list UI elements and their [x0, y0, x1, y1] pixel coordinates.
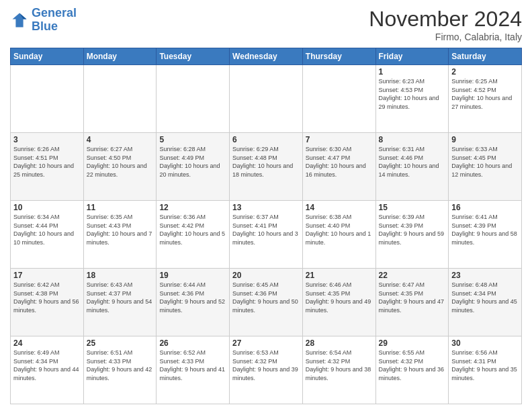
day-number: 13	[232, 203, 300, 212]
day-info: Sunrise: 6:55 AM Sunset: 4:32 PM Dayligh…	[379, 349, 446, 382]
calendar-cell: 23Sunrise: 6:48 AM Sunset: 4:34 PM Dayli…	[449, 269, 522, 336]
day-info: Sunrise: 6:53 AM Sunset: 4:32 PM Dayligh…	[232, 349, 300, 382]
day-info: Sunrise: 6:28 AM Sunset: 4:49 PM Dayligh…	[159, 145, 226, 179]
page: General Blue November 2024 Firmo, Calabr…	[0, 0, 532, 411]
day-info: Sunrise: 6:29 AM Sunset: 4:48 PM Dayligh…	[232, 145, 300, 179]
day-info: Sunrise: 6:42 AM Sunset: 4:38 PM Dayligh…	[13, 281, 81, 314]
day-info: Sunrise: 6:54 AM Sunset: 4:32 PM Dayligh…	[306, 349, 373, 382]
col-sunday: Sunday	[11, 48, 84, 65]
calendar-cell: 12Sunrise: 6:36 AM Sunset: 4:42 PM Dayli…	[157, 201, 230, 269]
day-number: 27	[232, 338, 300, 348]
calendar-cell: 25Sunrise: 6:51 AM Sunset: 4:33 PM Dayli…	[83, 336, 157, 404]
day-number: 15	[379, 203, 446, 212]
day-number: 2	[451, 67, 519, 77]
day-info: Sunrise: 6:39 AM Sunset: 4:39 PM Dayligh…	[379, 213, 446, 246]
col-wednesday: Wednesday	[230, 48, 303, 65]
calendar-week-row: 3Sunrise: 6:26 AM Sunset: 4:51 PM Daylig…	[11, 133, 522, 201]
calendar-cell: 24Sunrise: 6:49 AM Sunset: 4:34 PM Dayli…	[11, 336, 84, 404]
day-number: 30	[451, 338, 519, 348]
day-number: 23	[451, 271, 519, 280]
day-number: 17	[13, 271, 81, 280]
calendar-cell: 20Sunrise: 6:45 AM Sunset: 4:36 PM Dayli…	[230, 269, 303, 336]
day-number: 9	[451, 135, 519, 144]
day-info: Sunrise: 6:26 AM Sunset: 4:51 PM Dayligh…	[13, 145, 81, 179]
day-number: 7	[306, 135, 373, 144]
calendar-week-row: 17Sunrise: 6:42 AM Sunset: 4:38 PM Dayli…	[11, 269, 522, 336]
logo: General Blue	[10, 7, 77, 34]
day-info: Sunrise: 6:36 AM Sunset: 4:42 PM Dayligh…	[159, 213, 226, 246]
day-number: 11	[87, 203, 154, 212]
calendar-cell: 22Sunrise: 6:47 AM Sunset: 4:35 PM Dayli…	[375, 269, 449, 336]
calendar-header-row: Sunday Monday Tuesday Wednesday Thursday…	[11, 48, 522, 65]
day-number: 6	[232, 135, 300, 144]
day-number: 24	[13, 338, 81, 348]
calendar-cell: 26Sunrise: 6:52 AM Sunset: 4:33 PM Dayli…	[157, 336, 230, 404]
day-info: Sunrise: 6:46 AM Sunset: 4:35 PM Dayligh…	[306, 281, 373, 314]
calendar-cell: 8Sunrise: 6:31 AM Sunset: 4:46 PM Daylig…	[375, 133, 449, 201]
calendar-cell	[11, 65, 84, 133]
calendar-cell	[230, 65, 303, 133]
day-number: 1	[379, 67, 446, 77]
calendar-cell: 14Sunrise: 6:38 AM Sunset: 4:40 PM Dayli…	[302, 201, 375, 269]
day-number: 29	[379, 338, 446, 348]
svg-marker-0	[13, 13, 27, 27]
calendar-cell	[302, 65, 375, 133]
calendar-cell: 13Sunrise: 6:37 AM Sunset: 4:41 PM Dayli…	[230, 201, 303, 269]
day-number: 28	[306, 338, 373, 348]
calendar-cell: 10Sunrise: 6:34 AM Sunset: 4:44 PM Dayli…	[11, 201, 84, 269]
calendar-cell: 27Sunrise: 6:53 AM Sunset: 4:32 PM Dayli…	[230, 336, 303, 404]
location: Firmo, Calabria, Italy	[369, 32, 522, 42]
logo-icon	[10, 11, 29, 30]
col-thursday: Thursday	[302, 48, 375, 65]
day-info: Sunrise: 6:30 AM Sunset: 4:47 PM Dayligh…	[306, 145, 373, 179]
calendar-cell: 11Sunrise: 6:35 AM Sunset: 4:43 PM Dayli…	[83, 201, 157, 269]
day-number: 14	[306, 203, 373, 212]
col-saturday: Saturday	[449, 48, 522, 65]
calendar-cell: 28Sunrise: 6:54 AM Sunset: 4:32 PM Dayli…	[302, 336, 375, 404]
calendar-cell: 5Sunrise: 6:28 AM Sunset: 4:49 PM Daylig…	[157, 133, 230, 201]
day-number: 22	[379, 271, 446, 280]
day-number: 26	[159, 338, 226, 348]
col-friday: Friday	[375, 48, 449, 65]
day-info: Sunrise: 6:51 AM Sunset: 4:33 PM Dayligh…	[87, 349, 154, 382]
logo-text: General Blue	[32, 7, 77, 34]
calendar-cell: 1Sunrise: 6:23 AM Sunset: 4:53 PM Daylig…	[375, 65, 449, 133]
day-number: 25	[87, 338, 154, 348]
day-number: 10	[13, 203, 81, 212]
calendar-cell: 7Sunrise: 6:30 AM Sunset: 4:47 PM Daylig…	[302, 133, 375, 201]
day-info: Sunrise: 6:48 AM Sunset: 4:34 PM Dayligh…	[451, 281, 519, 314]
day-info: Sunrise: 6:52 AM Sunset: 4:33 PM Dayligh…	[159, 349, 226, 382]
calendar-cell	[83, 65, 157, 133]
day-number: 21	[306, 271, 373, 280]
day-info: Sunrise: 6:25 AM Sunset: 4:52 PM Dayligh…	[451, 77, 519, 111]
calendar-week-row: 10Sunrise: 6:34 AM Sunset: 4:44 PM Dayli…	[11, 201, 522, 269]
col-tuesday: Tuesday	[157, 48, 230, 65]
calendar-cell: 9Sunrise: 6:33 AM Sunset: 4:45 PM Daylig…	[449, 133, 522, 201]
day-info: Sunrise: 6:37 AM Sunset: 4:41 PM Dayligh…	[232, 213, 300, 246]
calendar-cell	[157, 65, 230, 133]
calendar-week-row: 24Sunrise: 6:49 AM Sunset: 4:34 PM Dayli…	[11, 336, 522, 404]
day-info: Sunrise: 6:49 AM Sunset: 4:34 PM Dayligh…	[13, 349, 81, 382]
day-number: 4	[87, 135, 154, 144]
calendar-cell: 3Sunrise: 6:26 AM Sunset: 4:51 PM Daylig…	[11, 133, 84, 201]
header: General Blue November 2024 Firmo, Calabr…	[10, 7, 522, 42]
day-number: 8	[379, 135, 446, 144]
title-block: November 2024 Firmo, Calabria, Italy	[369, 7, 522, 42]
calendar-cell: 30Sunrise: 6:56 AM Sunset: 4:31 PM Dayli…	[449, 336, 522, 404]
month-title: November 2024	[369, 7, 522, 32]
day-info: Sunrise: 6:34 AM Sunset: 4:44 PM Dayligh…	[13, 213, 81, 246]
calendar-cell: 18Sunrise: 6:43 AM Sunset: 4:37 PM Dayli…	[83, 269, 157, 336]
day-info: Sunrise: 6:43 AM Sunset: 4:37 PM Dayligh…	[87, 281, 154, 314]
calendar-cell: 29Sunrise: 6:55 AM Sunset: 4:32 PM Dayli…	[375, 336, 449, 404]
calendar-cell: 21Sunrise: 6:46 AM Sunset: 4:35 PM Dayli…	[302, 269, 375, 336]
day-number: 5	[159, 135, 226, 144]
day-number: 12	[159, 203, 226, 212]
day-info: Sunrise: 6:44 AM Sunset: 4:36 PM Dayligh…	[159, 281, 226, 314]
day-info: Sunrise: 6:31 AM Sunset: 4:46 PM Dayligh…	[379, 145, 446, 179]
day-info: Sunrise: 6:47 AM Sunset: 4:35 PM Dayligh…	[379, 281, 446, 314]
day-number: 18	[87, 271, 154, 280]
calendar-cell: 15Sunrise: 6:39 AM Sunset: 4:39 PM Dayli…	[375, 201, 449, 269]
day-info: Sunrise: 6:35 AM Sunset: 4:43 PM Dayligh…	[87, 213, 154, 246]
col-monday: Monday	[83, 48, 157, 65]
calendar-week-row: 1Sunrise: 6:23 AM Sunset: 4:53 PM Daylig…	[11, 65, 522, 133]
